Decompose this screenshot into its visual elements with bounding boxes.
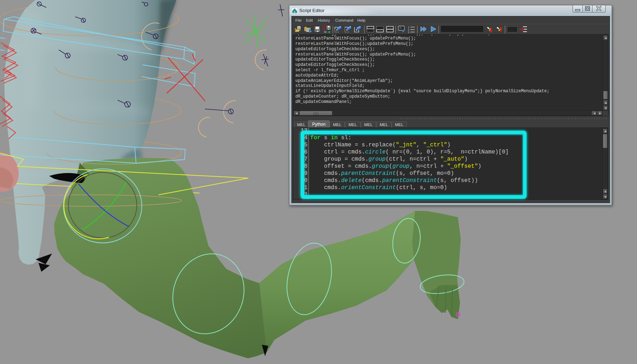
svg-text:1: 1 <box>408 26 409 28</box>
svg-text:2: 2 <box>408 28 409 31</box>
svg-text:3: 3 <box>408 31 409 33</box>
